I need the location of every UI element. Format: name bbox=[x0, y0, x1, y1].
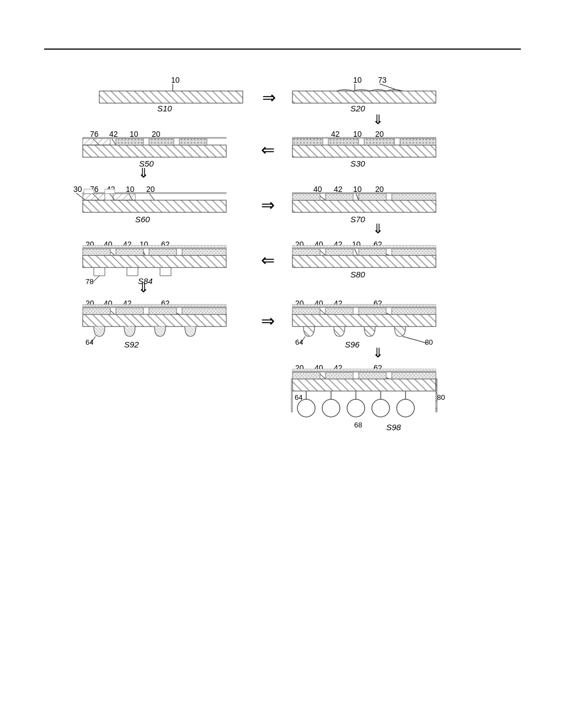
s60-76a bbox=[83, 194, 105, 200]
s84-40c bbox=[149, 249, 177, 255]
s60-base bbox=[83, 200, 226, 212]
s70-40c bbox=[359, 194, 386, 200]
s84-42 bbox=[83, 248, 226, 249]
arrow-s96-s98: ⇓ bbox=[372, 345, 383, 360]
svg-line-14 bbox=[356, 193, 359, 200]
s98-40a bbox=[292, 372, 320, 379]
s96-via4 bbox=[395, 326, 406, 336]
s98-bump1 bbox=[297, 399, 315, 417]
s50-layer42 bbox=[83, 137, 226, 138]
arrow-s80-s84: ⇐ bbox=[261, 251, 275, 269]
s96-via3 bbox=[364, 326, 375, 336]
label-78-s84: 78 bbox=[86, 277, 93, 286]
s98-64left bbox=[291, 379, 292, 412]
step-s80: S80 bbox=[350, 270, 365, 279]
header bbox=[44, 33, 521, 50]
arrow-s10-s20: ⇒ bbox=[262, 88, 276, 106]
svg-line-19 bbox=[354, 248, 358, 255]
s92-42 bbox=[83, 307, 226, 308]
s80-40c bbox=[359, 249, 386, 255]
s60-30a bbox=[84, 189, 94, 194]
s96-40c bbox=[359, 308, 386, 314]
s84-78a bbox=[94, 267, 105, 276]
s98-62 bbox=[292, 369, 436, 371]
s96-via2 bbox=[334, 326, 345, 336]
s84-40b bbox=[116, 249, 143, 255]
s84-40d bbox=[182, 249, 226, 255]
s96-62 bbox=[292, 304, 436, 307]
s98-40d bbox=[392, 372, 436, 379]
s84-base bbox=[83, 255, 226, 267]
header-info bbox=[510, 33, 521, 43]
s92-40a bbox=[83, 308, 110, 314]
s70-40a bbox=[292, 194, 320, 200]
s80-42 bbox=[292, 248, 436, 249]
label-20-s50: 20 bbox=[152, 130, 161, 138]
svg-line-37 bbox=[403, 336, 427, 343]
s70-40b bbox=[326, 194, 353, 200]
arrow-s20-s30: ⇓ bbox=[372, 112, 383, 127]
s92-via3 bbox=[154, 326, 166, 336]
s96-40a bbox=[292, 308, 320, 314]
s30-layer20a bbox=[292, 138, 323, 145]
s60-30b bbox=[105, 189, 115, 194]
s60-76b bbox=[113, 194, 135, 200]
label-10-s70: 10 bbox=[353, 185, 362, 194]
s50-base bbox=[83, 145, 226, 157]
arrow-s50-s60: ⇓ bbox=[138, 165, 149, 180]
label-80-s96: 80 bbox=[425, 338, 433, 346]
s92-40c bbox=[149, 308, 177, 314]
s98-bump5 bbox=[397, 399, 414, 417]
s70-42 bbox=[292, 192, 436, 194]
s96-42 bbox=[292, 307, 436, 308]
label-20-s70: 20 bbox=[375, 185, 384, 194]
s50-layer20b bbox=[149, 138, 174, 145]
label-76-s50: 76 bbox=[90, 130, 99, 138]
arrow-s30-s50: ⇐ bbox=[261, 141, 275, 159]
s10-base bbox=[99, 91, 243, 103]
label-80-s98: 80 bbox=[437, 393, 445, 402]
s80-62 bbox=[292, 245, 436, 248]
s92-via1 bbox=[94, 326, 105, 336]
label-10-s60: 10 bbox=[126, 185, 135, 194]
s92-via4 bbox=[185, 326, 196, 336]
s96-base bbox=[292, 314, 436, 326]
s92-40b bbox=[116, 308, 143, 314]
main-diagram: 10 S10 ⇒ 10 73 S20 ⇓ 42 10 20 bbox=[44, 72, 521, 678]
s70-40d bbox=[392, 194, 436, 200]
label-10-s20: 10 bbox=[353, 76, 362, 84]
s84-40a bbox=[83, 249, 110, 255]
label-68-s98: 68 bbox=[354, 421, 362, 429]
s98-bump2 bbox=[322, 399, 340, 417]
s96-40b bbox=[326, 308, 353, 314]
step-s98: S98 bbox=[386, 422, 401, 432]
step-s10: S10 bbox=[157, 104, 172, 113]
s96-40d bbox=[392, 308, 436, 314]
svg-line-4 bbox=[111, 138, 116, 145]
s30-base bbox=[292, 145, 436, 157]
step-s20: S20 bbox=[350, 104, 365, 113]
label-64-s92: 64 bbox=[86, 338, 93, 346]
s80-base bbox=[292, 255, 436, 267]
label-42-s70: 42 bbox=[334, 185, 343, 194]
svg-line-11 bbox=[149, 193, 154, 200]
label-64-s96: 64 bbox=[295, 338, 303, 346]
s98-42 bbox=[292, 371, 436, 372]
s30-layer42 bbox=[292, 137, 436, 138]
s50-76 bbox=[83, 138, 110, 145]
s30-layer20b bbox=[328, 138, 359, 145]
s20-base bbox=[292, 91, 436, 103]
s98-bump3 bbox=[347, 399, 365, 417]
svg-line-26 bbox=[93, 276, 99, 282]
s84-78b bbox=[127, 267, 138, 276]
label-30-s60: 30 bbox=[73, 185, 82, 194]
s92-62 bbox=[83, 304, 226, 307]
step-s60: S60 bbox=[135, 215, 150, 224]
s30-layer20d bbox=[400, 138, 436, 145]
s96-via1 bbox=[303, 326, 315, 336]
step-s30: S30 bbox=[350, 159, 365, 168]
s92-via2 bbox=[124, 326, 135, 336]
patent-page: 10 S10 ⇒ 10 73 S20 ⇓ 42 10 20 bbox=[0, 0, 565, 728]
step-s92: S92 bbox=[124, 340, 139, 349]
label-20-s30: 20 bbox=[375, 130, 384, 138]
